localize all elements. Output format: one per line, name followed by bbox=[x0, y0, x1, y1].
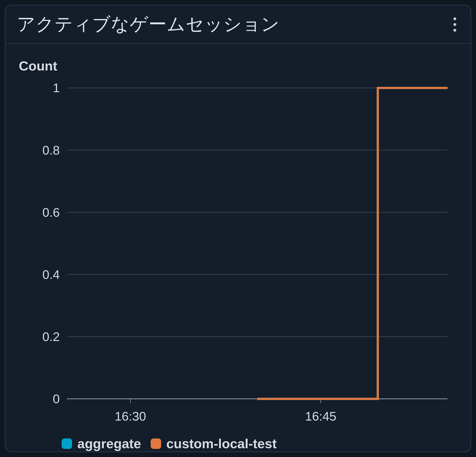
legend-label: custom-local-test bbox=[166, 436, 277, 451]
y-axis-label: Count bbox=[19, 58, 457, 74]
vertical-dots-icon bbox=[453, 23, 456, 26]
legend-label: aggregate bbox=[77, 436, 141, 451]
card-header: アクティブなゲームセッション bbox=[6, 6, 470, 44]
svg-text:0.4: 0.4 bbox=[42, 267, 60, 282]
plot-area: 00.20.40.60.8116:3016:45 bbox=[19, 83, 457, 428]
svg-text:1: 1 bbox=[53, 83, 60, 95]
legend-swatch bbox=[151, 439, 161, 449]
plot-wrap: 00.20.40.60.8116:3016:45 aggregate custo… bbox=[19, 83, 457, 451]
legend-item-aggregate[interactable]: aggregate bbox=[62, 436, 141, 451]
svg-text:16:30: 16:30 bbox=[115, 409, 146, 423]
chart-card: アクティブなゲームセッション Count 00.20.40.60.8116:30… bbox=[5, 5, 471, 452]
vertical-dots-icon bbox=[453, 29, 456, 32]
legend-item-custom-local-test[interactable]: custom-local-test bbox=[151, 436, 277, 451]
svg-text:0.6: 0.6 bbox=[42, 205, 60, 219]
svg-text:0: 0 bbox=[53, 392, 60, 406]
legend-swatch bbox=[62, 439, 72, 449]
chart-legend: aggregate custom-local-test bbox=[19, 428, 457, 451]
line-chart: 00.20.40.60.8116:3016:45 bbox=[19, 83, 457, 428]
svg-text:0.8: 0.8 bbox=[42, 143, 60, 157]
card-body: Count 00.20.40.60.8116:3016:45 aggregate… bbox=[6, 44, 470, 452]
svg-text:16:45: 16:45 bbox=[305, 409, 337, 423]
card-menu-button[interactable] bbox=[450, 15, 459, 34]
svg-text:0.2: 0.2 bbox=[42, 330, 60, 344]
vertical-dots-icon bbox=[453, 17, 456, 20]
card-title: アクティブなゲームセッション bbox=[17, 12, 280, 37]
